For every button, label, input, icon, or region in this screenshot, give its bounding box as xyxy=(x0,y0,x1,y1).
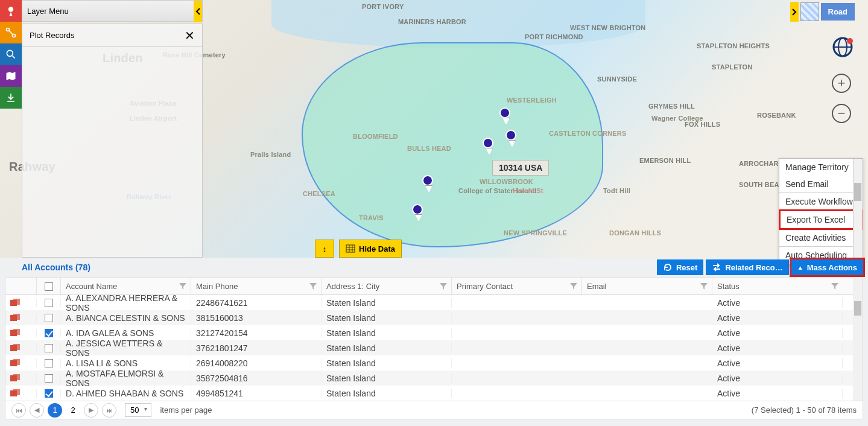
svg-rect-21 xyxy=(13,389,20,395)
table-row[interactable]: A. JESSICA WETTERS & SONS37621801247Stat… xyxy=(5,340,863,355)
map-pin[interactable] xyxy=(412,204,423,215)
svg-point-0 xyxy=(8,7,13,11)
map-pin[interactable] xyxy=(483,138,493,148)
map-style-switcher[interactable]: Road xyxy=(790,2,855,22)
tool-pin-icon[interactable] xyxy=(0,0,22,22)
header-email[interactable]: Email xyxy=(582,278,712,294)
row-checkbox[interactable] xyxy=(37,344,61,352)
map-style-expand[interactable] xyxy=(790,2,799,22)
mass-actions-menu: Manage TerritorySend EmailExecute Workfl… xyxy=(779,158,863,264)
header-main-phone[interactable]: Main Phone xyxy=(191,278,322,294)
pager-first[interactable]: ⏮ xyxy=(11,403,26,418)
record-icon-cell[interactable] xyxy=(5,299,37,307)
cell-city: Staten Island xyxy=(322,343,452,353)
row-checkbox[interactable] xyxy=(37,389,61,398)
close-icon[interactable]: ✕ xyxy=(185,28,195,43)
row-checkbox[interactable] xyxy=(37,374,61,383)
header-city[interactable]: Address 1: City xyxy=(322,278,452,294)
zoom-in-button[interactable]: + xyxy=(832,74,851,93)
pager-last[interactable]: ⏭ xyxy=(102,403,116,418)
cell-city: Staten Island xyxy=(322,358,452,368)
svg-rect-13 xyxy=(13,329,20,335)
record-icon xyxy=(10,359,20,367)
row-checkbox[interactable] xyxy=(37,329,61,337)
map-pin[interactable] xyxy=(422,175,433,186)
map-place-label: WILLOWBROOK xyxy=(480,178,533,185)
svg-rect-9 xyxy=(13,299,20,305)
pager-summary: (7 Selected) 1 - 50 of 78 items xyxy=(752,405,857,415)
menu-item[interactable]: Send Email xyxy=(779,176,863,192)
svg-rect-7 xyxy=(346,245,355,252)
page-size-select[interactable]: 50 xyxy=(125,403,151,417)
menu-item[interactable]: Manage Territory xyxy=(779,159,863,176)
record-icon-cell[interactable] xyxy=(5,359,37,367)
cell-phone: 26914008220 xyxy=(191,358,322,368)
hide-data-button[interactable]: Hide Data xyxy=(339,240,402,258)
tool-territory-icon[interactable] xyxy=(0,65,22,87)
grid-title[interactable]: All Accounts (78) xyxy=(5,262,90,272)
filter-icon[interactable] xyxy=(569,282,578,290)
reset-button[interactable]: Reset xyxy=(657,259,703,275)
mass-actions-button[interactable]: ▲ Mass Actions xyxy=(791,259,863,275)
record-icon-cell[interactable] xyxy=(5,314,37,322)
header-select-all[interactable] xyxy=(37,278,61,294)
record-icon xyxy=(10,389,20,398)
related-records-button[interactable]: Related Reco… xyxy=(706,259,788,275)
row-checkbox[interactable] xyxy=(37,314,61,322)
reset-label: Reset xyxy=(676,263,697,272)
cell-status: Active xyxy=(712,313,843,323)
cell-phone: 22486741621 xyxy=(191,298,322,308)
layer-menu-bar[interactable]: Layer Menu xyxy=(22,0,203,22)
filter-icon[interactable] xyxy=(309,282,317,290)
menu-item[interactable]: Execute Workflow xyxy=(779,192,863,210)
map-style-label: Road xyxy=(821,3,855,21)
pager-page-1[interactable]: 1 xyxy=(48,403,62,418)
header-contact[interactable]: Primary Contact xyxy=(452,278,582,294)
record-icon-cell[interactable] xyxy=(5,374,37,383)
tool-route-icon[interactable] xyxy=(0,22,22,43)
grid-scrollbar[interactable] xyxy=(853,278,863,401)
table-row[interactable]: A. MOSTAFA ELMORSI & SONS35872504816Stat… xyxy=(5,370,863,386)
pager-page-2[interactable]: 2 xyxy=(66,403,80,418)
map-pin[interactable] xyxy=(499,107,510,118)
record-icon xyxy=(10,374,20,383)
territory-region[interactable] xyxy=(302,42,603,247)
record-icon-cell[interactable] xyxy=(5,344,37,352)
map-place-label: NEW SPRINGVILLE xyxy=(504,229,567,237)
map-place-label: Pralls Island xyxy=(250,151,291,158)
resize-handle[interactable]: ↕ xyxy=(315,240,334,258)
map-place-label: DONGAN HILLS xyxy=(609,229,661,237)
header-account-name[interactable]: Account Name xyxy=(61,278,191,294)
row-checkbox[interactable] xyxy=(37,299,61,307)
row-checkbox[interactable] xyxy=(37,359,61,367)
records-grid: Account Name Main Phone Address 1: City … xyxy=(5,278,863,401)
menu-item[interactable]: Export To Excel xyxy=(779,209,863,230)
record-icon-cell[interactable] xyxy=(5,389,37,398)
filter-icon[interactable] xyxy=(700,282,708,290)
filter-icon[interactable] xyxy=(179,282,187,290)
filter-icon[interactable] xyxy=(439,282,448,290)
table-row[interactable]: D. AHMED SHAABAN & SONS4994851241Staten … xyxy=(5,386,863,401)
tool-download-icon[interactable] xyxy=(0,87,22,109)
header-status[interactable]: Status xyxy=(712,278,843,294)
zoom-out-button[interactable]: − xyxy=(832,104,851,123)
map-style-thumb[interactable] xyxy=(800,2,819,21)
table-row[interactable]: A. ALEXANDRA HERRERA & SONS22486741621St… xyxy=(5,295,863,310)
cell-status: Active xyxy=(712,374,843,383)
menu-scrollbar[interactable] xyxy=(853,159,863,264)
cell-status: Active xyxy=(712,328,843,338)
layer-menu-collapse[interactable] xyxy=(194,1,202,22)
pager-prev[interactable]: ◀ xyxy=(30,403,44,418)
tool-search-map-icon[interactable] xyxy=(0,43,22,65)
map-pin[interactable] xyxy=(505,130,516,141)
layer-menu-title: Layer Menu xyxy=(27,7,69,16)
plot-records-panel: Plot Records ✕ xyxy=(22,24,203,258)
pager-next[interactable]: ▶ xyxy=(84,403,98,418)
filter-icon[interactable] xyxy=(831,282,839,290)
menu-item[interactable]: Create Activities xyxy=(779,229,863,246)
globe-icon[interactable] xyxy=(832,36,854,58)
map-place-label: STAPLETON HEIGHTS xyxy=(697,42,770,49)
map-place-label: SUNNYSIDE xyxy=(597,75,637,83)
table-row[interactable]: A. BIANCA CELESTIN & SONS3815160013State… xyxy=(5,310,863,325)
record-icon-cell[interactable] xyxy=(5,329,37,337)
